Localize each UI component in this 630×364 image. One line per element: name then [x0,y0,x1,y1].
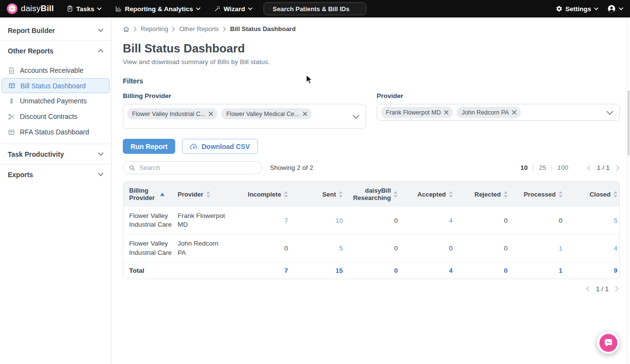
sidebar-section-report-builder[interactable]: Report Builder [0,20,111,40]
nav-settings[interactable]: Settings [556,5,598,13]
col-processed[interactable]: Processed [510,187,564,202]
chevron-down-icon[interactable] [352,112,360,121]
col-provider[interactable]: Provider [178,187,235,202]
column-label: daisyBill Researching [351,187,391,201]
app-window: daisyBill Tasks Reporting & Analytics Wi… [0,0,630,364]
cell-provider: John Redcorn PA [178,234,235,262]
download-csv-button[interactable]: Download CSV [182,139,258,154]
cell-total-sent[interactable]: 15 [290,263,345,279]
page-size-25[interactable]: 25 [539,164,546,171]
cell-processed: 0 [510,207,564,234]
daisybill-logo[interactable]: daisyBill [7,3,54,14]
col-accepted[interactable]: Accepted [399,187,454,202]
user-avatar-icon [607,4,616,13]
page-title: Bill Status Dashboard [123,42,620,55]
cell-researching: 0 [345,234,399,262]
cell-total-processed[interactable]: 1 [510,263,564,279]
next-page-icon[interactable] [616,165,620,171]
pager-bottom: 1 / 1 [586,285,619,293]
cell-total-closed[interactable]: 9 [564,263,619,279]
provider-select[interactable]: Frank Flowerpot MD John Redcorn PA [377,104,620,121]
wand-icon [214,5,221,12]
cell-total-incomplete[interactable]: 7 [235,263,290,279]
bill-count-link[interactable]: 5 [339,245,343,252]
sidebar-item-label: RFA Status Dashboard [20,128,89,136]
remove-chip-icon[interactable] [209,112,213,116]
prev-page-icon[interactable] [586,286,590,292]
sidebar-item-unmatched-payments[interactable]: Unmatched Payments [0,93,111,109]
run-report-button[interactable]: Run Report [123,139,175,154]
col-billing-provider[interactable]: Billing Provider [123,183,178,205]
column-label: Processed [524,191,556,198]
billing-provider-select[interactable]: Flower Valley Industrial C... Flower Val… [123,104,366,129]
sidebar-section-task-productivity[interactable]: Task Productivity [0,144,111,164]
nav-reporting-analytics[interactable]: Reporting & Analytics [115,5,200,13]
chevron-down-icon [619,7,623,10]
sidebar-section-exports[interactable]: Exports [0,165,111,184]
col-rejected[interactable]: Rejected [455,187,510,202]
col-sent[interactable]: Sent [290,187,345,202]
chevron-down-icon[interactable] [361,7,362,10]
chevron-right-icon [133,27,137,32]
nav-settings-label: Settings [565,5,591,13]
filters-heading: Filters [123,77,620,85]
bill-count-link[interactable]: 4 [449,217,453,224]
page-size-10[interactable]: 10 [520,164,528,171]
sort-icon [504,191,508,198]
breadcrumb-other-reports[interactable]: Other Reports [179,25,219,33]
cell-sent: 10 [290,207,345,234]
filter-chip: Flower Valley Medical Ce... [221,108,312,119]
remove-chip-icon[interactable] [512,110,516,115]
column-label: Sent [322,191,336,198]
chevron-down-icon [98,29,103,32]
sidebar-section-other-reports[interactable]: Other Reports [0,41,111,61]
global-search-input[interactable] [273,5,358,13]
prev-page-icon[interactable] [587,165,591,171]
next-page-icon[interactable] [615,286,619,292]
remove-chip-icon[interactable] [303,112,307,116]
user-menu[interactable] [607,4,623,13]
global-search[interactable] [264,2,366,16]
scrollbar-thumb[interactable] [628,90,630,156]
remove-chip-icon[interactable] [444,110,448,115]
navbar-right: Settings [556,4,623,13]
sidebar-item-rfa-status-dashboard[interactable]: RFA Status Dashboard [0,124,111,140]
cell-total-rejected[interactable]: 0 [455,263,510,279]
nav-tasks[interactable]: Tasks [66,5,101,13]
sort-icon [206,191,210,198]
cell-total-accepted[interactable]: 4 [399,263,454,279]
cell-sent: 5 [290,234,345,262]
bill-count-link[interactable]: 5 [613,217,617,224]
sort-icon [284,191,288,198]
sidebar-item-accounts-receivable[interactable]: Accounts Receivable [0,63,111,78]
col-incomplete[interactable]: Incomplete [235,187,290,202]
col-daisybill-researching[interactable]: daisyBill Researching [345,183,399,205]
cell-billing-provider: Flower Valley Industrial Care [123,234,178,262]
chevron-down-icon[interactable] [606,108,613,117]
col-closed[interactable]: Closed [564,187,619,202]
chat-launcher-button[interactable] [597,331,619,354]
bill-count-link[interactable]: 4 [613,245,617,252]
chevron-down-icon [98,173,103,176]
sidebar-item-discount-contracts[interactable]: Discount Contracts [0,109,111,124]
bill-count-link[interactable]: 7 [284,217,288,224]
chevron-right-icon [172,27,175,32]
filter-chip: John Redcorn PA [457,107,521,118]
bill-count-link[interactable]: 1 [559,245,563,252]
sidebar-item-bill-status-dashboard[interactable]: Bill Status Dashboard [1,78,110,93]
cell-total-researching[interactable]: 0 [345,263,399,279]
page-size-100[interactable]: 100 [557,164,568,171]
page-size-selector: 10 25 100 [520,164,568,171]
brand-text: daisyBill [21,4,54,14]
column-label: Accepted [417,191,446,198]
nav-wizard[interactable]: Wizard [214,5,252,13]
home-icon[interactable] [123,26,130,33]
pager-bottom-wrap: 1 / 1 [123,285,620,293]
cell-closed: 4 [564,234,619,262]
table-search[interactable] [123,161,262,174]
breadcrumb-reporting[interactable]: Reporting [141,25,168,33]
table-search-input[interactable] [139,164,256,171]
table-icon [8,129,15,136]
bill-count-link[interactable]: 10 [335,217,343,224]
cell-closed: 5 [564,207,619,234]
